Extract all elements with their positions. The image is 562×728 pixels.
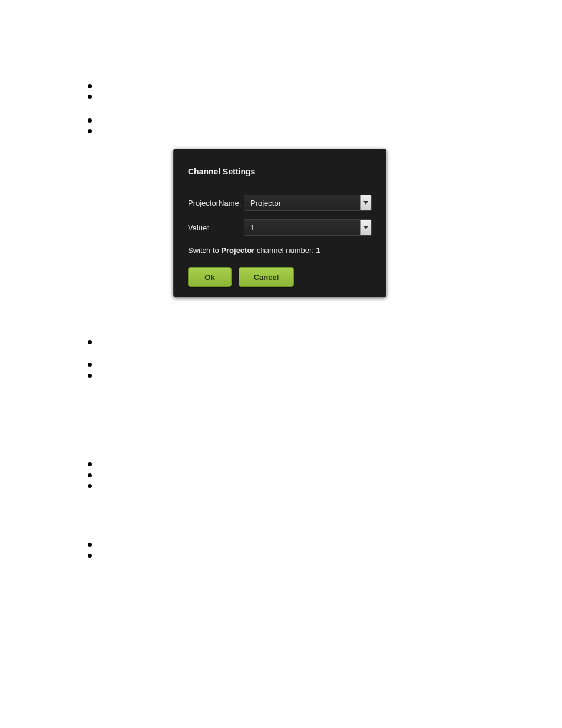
projector-name-row: ProjectorName: Projector (188, 194, 372, 212)
list-bullet (88, 554, 92, 558)
list-bullet (88, 84, 92, 88)
value-value: 1 (244, 223, 360, 232)
value-row: Value: 1 (188, 219, 372, 236)
projector-name-label: ProjectorName: (188, 199, 244, 207)
dialog-title: Channel Settings (188, 167, 255, 176)
summary-mid: channel number: (254, 246, 316, 255)
list-bullet (88, 473, 92, 477)
dialog-button-row: Ok Cancel (188, 267, 294, 287)
cancel-button[interactable]: Cancel (239, 267, 294, 287)
list-bullet (88, 363, 92, 367)
dropdown-button[interactable] (360, 220, 371, 235)
list-bullet (88, 118, 92, 123)
ok-button[interactable]: Ok (188, 267, 232, 287)
dropdown-button[interactable] (360, 195, 371, 210)
list-bullet (88, 484, 92, 488)
summary-prefix: Switch to (188, 246, 221, 255)
summary-number: 1 (316, 246, 320, 255)
projector-name-value: Projector (244, 199, 360, 207)
channel-settings-dialog: Channel Settings ProjectorName: Projecto… (173, 149, 386, 297)
value-select[interactable]: 1 (244, 219, 372, 236)
list-bullet (88, 543, 92, 547)
list-bullet (88, 95, 92, 99)
chevron-down-icon (363, 226, 368, 229)
projector-name-select[interactable]: Projector (244, 195, 372, 211)
list-bullet (88, 340, 92, 344)
summary-projector: Projector (221, 246, 254, 255)
list-bullet (88, 462, 92, 466)
list-bullet (88, 374, 92, 378)
chevron-down-icon (363, 201, 368, 205)
list-bullet (88, 129, 92, 133)
summary-text: Switch to Projector channel number: 1 (188, 246, 320, 255)
value-label: Value: (188, 223, 244, 232)
